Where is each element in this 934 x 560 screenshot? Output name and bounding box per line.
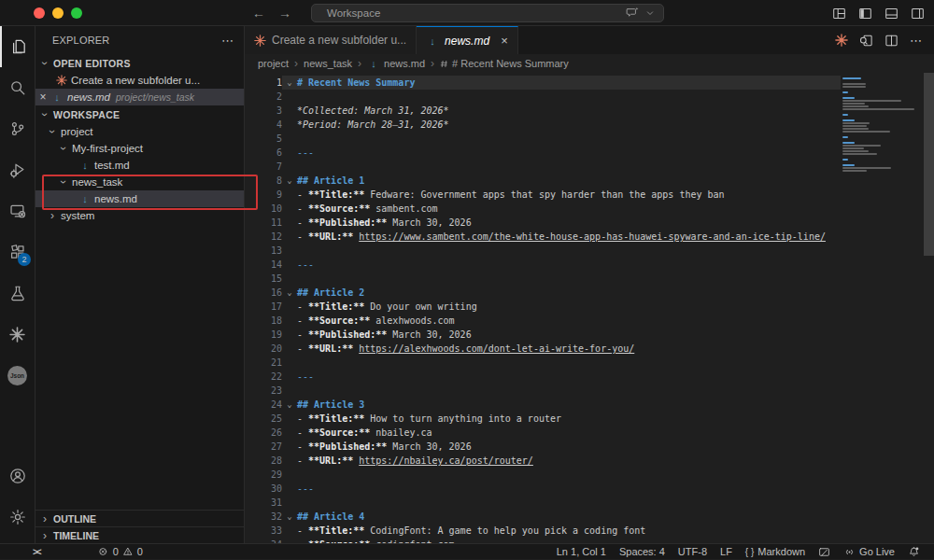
activity-json-icon[interactable]: Json bbox=[0, 355, 35, 396]
code-line-27[interactable]: 27- **Published:** March 30, 2026 bbox=[245, 440, 841, 454]
tab-Create-a-new-subfolder-u-[interactable]: Create a new subfolder u... bbox=[245, 26, 417, 54]
code-line-28[interactable]: 28- **URL:** https://nbailey.ca/post/rou… bbox=[245, 454, 841, 468]
activity-run-debug-icon[interactable] bbox=[0, 149, 35, 190]
status-eol[interactable]: LF bbox=[714, 546, 739, 557]
command-center-search[interactable]: Workspace bbox=[311, 4, 664, 22]
tab-news-md[interactable]: ↓news.md× bbox=[417, 26, 518, 54]
toggle-sidebar-icon[interactable] bbox=[858, 7, 872, 21]
open-editor-item[interactable]: Create a new subfolder u... bbox=[35, 72, 244, 89]
status-screencast[interactable] bbox=[812, 546, 837, 558]
explorer-more-actions-icon[interactable]: ⋯ bbox=[221, 34, 234, 48]
code-line-25[interactable]: 25- **Title:** How to turn anything into… bbox=[245, 412, 841, 426]
minimize-window-button[interactable] bbox=[52, 7, 64, 19]
customize-layout-icon[interactable] bbox=[832, 7, 846, 21]
fold-icon[interactable]: ⌄ bbox=[282, 76, 297, 90]
code-line-29[interactable]: 29 bbox=[245, 468, 841, 482]
code-line-6[interactable]: 6--- bbox=[245, 146, 841, 160]
code-line-32[interactable]: 32⌄## Article 4 bbox=[245, 510, 841, 524]
fold-icon[interactable]: ⌄ bbox=[282, 174, 297, 188]
fold-icon[interactable]: ⌄ bbox=[282, 398, 297, 412]
tree-item-My-first-project[interactable]: ›My-first-project bbox=[35, 140, 244, 157]
code-line-33[interactable]: 33- **Title:** CodingFont: A game to hel… bbox=[245, 524, 841, 538]
activity-claude-icon[interactable] bbox=[0, 314, 35, 355]
toggle-panel-icon[interactable] bbox=[884, 7, 899, 21]
code-line-21[interactable]: 21 bbox=[245, 356, 841, 370]
minimap[interactable] bbox=[842, 77, 923, 173]
close-editor-icon[interactable]: × bbox=[35, 91, 50, 104]
code-line-2[interactable]: 2 bbox=[245, 90, 841, 104]
timeline-section[interactable]: › TIMELINE bbox=[35, 526, 244, 543]
code-line-4[interactable]: 4*Period: March 28–31, 2026* bbox=[245, 118, 841, 132]
activity-settings-icon[interactable] bbox=[0, 497, 35, 538]
code-line-1[interactable]: 1⌄# Recent News Summary bbox=[245, 76, 841, 90]
code-line-26[interactable]: 26- **Source:** nbailey.ca bbox=[245, 426, 841, 440]
code-line-14[interactable]: 14--- bbox=[245, 258, 841, 272]
editor-more-actions-icon[interactable]: ⋯ bbox=[910, 34, 923, 48]
toggle-secondary-sidebar-icon[interactable] bbox=[911, 7, 925, 21]
tree-item-test-md[interactable]: ↓test.md bbox=[35, 157, 244, 174]
tree-item-news_task[interactable]: ›news_task bbox=[35, 174, 244, 190]
code-line-10[interactable]: 10- **Source:** sambent.com bbox=[245, 202, 841, 216]
open-preview-icon[interactable] bbox=[859, 34, 873, 48]
code-line-23[interactable]: 23 bbox=[245, 384, 841, 398]
editor[interactable]: 1⌄# Recent News Summary23*Collected: Mar… bbox=[245, 73, 934, 543]
claude-starburst-icon[interactable] bbox=[835, 34, 848, 47]
code-line-15[interactable]: 15 bbox=[245, 272, 841, 286]
code-line-11[interactable]: 11- **Published:** March 30, 2026 bbox=[245, 216, 841, 230]
status-go-live[interactable]: Go Live bbox=[837, 546, 901, 558]
code-line-16[interactable]: 16⌄## Article 2 bbox=[245, 286, 841, 300]
open-editors-header[interactable]: › OPEN EDITORS bbox=[35, 54, 244, 72]
remote-indicator[interactable]: >< bbox=[26, 547, 47, 557]
code-line-30[interactable]: 30--- bbox=[245, 482, 841, 496]
code-line-9[interactable]: 9- **Title:** Fedware: Government apps t… bbox=[245, 188, 841, 202]
status-cursor-position[interactable]: Ln 1, Col 1 bbox=[550, 546, 613, 557]
split-editor-icon[interactable] bbox=[884, 34, 899, 48]
code-line-3[interactable]: 3*Collected: March 31, 2026* bbox=[245, 104, 841, 118]
editor-scrollbar[interactable] bbox=[924, 73, 934, 256]
open-editor-item[interactable]: ×↓news.mdproject/news_task bbox=[35, 89, 244, 105]
activity-accounts-icon[interactable] bbox=[0, 455, 35, 497]
close-window-button[interactable] bbox=[34, 7, 45, 19]
activity-explorer-icon[interactable] bbox=[0, 26, 35, 67]
code-line-17[interactable]: 17- **Title:** Do your own writing bbox=[245, 300, 841, 314]
chevron-down-icon[interactable] bbox=[644, 7, 656, 19]
status-encoding[interactable]: UTF-8 bbox=[672, 546, 714, 557]
tree-item-project[interactable]: ›project bbox=[35, 123, 244, 140]
code-line-20[interactable]: 20- **URL:** https://alexhwoods.com/dont… bbox=[245, 342, 841, 356]
activity-search-icon[interactable] bbox=[0, 67, 35, 108]
code-line-5[interactable]: 5 bbox=[245, 132, 841, 146]
code-line-18[interactable]: 18- **Source:** alexhwoods.com bbox=[245, 314, 841, 328]
code-line-31[interactable]: 31 bbox=[245, 496, 841, 510]
breadcrumb-item[interactable]: # Recent News Summary bbox=[440, 58, 569, 69]
activity-remote-explorer-icon[interactable] bbox=[0, 190, 35, 231]
outline-section[interactable]: › OUTLINE bbox=[35, 510, 244, 526]
activity-extensions-icon[interactable]: 2 bbox=[0, 231, 35, 273]
activity-testing-icon[interactable] bbox=[0, 273, 35, 314]
back-icon[interactable]: ← bbox=[252, 6, 265, 21]
forward-icon[interactable]: → bbox=[278, 6, 291, 21]
code-line-7[interactable]: 7 bbox=[245, 160, 841, 174]
tree-item-news-md[interactable]: ↓news.md bbox=[35, 190, 244, 207]
fold-icon[interactable]: ⌄ bbox=[282, 286, 297, 300]
status-language-mode[interactable]: { }Markdown bbox=[739, 546, 812, 557]
status-notifications[interactable] bbox=[901, 546, 927, 558]
copilot-chat-icon[interactable] bbox=[626, 7, 639, 20]
code-line-19[interactable]: 19- **Published:** March 30, 2026 bbox=[245, 328, 841, 342]
breadcrumb-item[interactable]: ↓news.md bbox=[367, 58, 425, 69]
fold-icon[interactable]: ⌄ bbox=[282, 510, 297, 524]
breadcrumb-item[interactable]: news_task bbox=[304, 58, 352, 69]
code-line-22[interactable]: 22--- bbox=[245, 370, 841, 384]
code-line-24[interactable]: 24⌄## Article 3 bbox=[245, 398, 841, 412]
code-line-12[interactable]: 12- **URL:** https://www.sambent.com/the… bbox=[245, 230, 841, 244]
breadcrumb-item[interactable]: project bbox=[258, 58, 289, 69]
activity-source-control-icon[interactable] bbox=[0, 108, 35, 149]
problems-indicator[interactable]: 0 0 bbox=[92, 546, 149, 557]
code-line-8[interactable]: 8⌄## Article 1 bbox=[245, 174, 841, 188]
tree-item-system[interactable]: ›system bbox=[35, 207, 244, 224]
code-line-13[interactable]: 13 bbox=[245, 244, 841, 258]
close-tab-icon[interactable]: × bbox=[501, 34, 508, 48]
zoom-window-button[interactable] bbox=[71, 7, 82, 19]
workspace-header[interactable]: › WORKSPACE bbox=[35, 105, 244, 123]
status-indentation[interactable]: Spaces: 4 bbox=[613, 546, 672, 557]
code-line-34[interactable]: 34- **Source:** codingfont.com bbox=[245, 538, 841, 543]
